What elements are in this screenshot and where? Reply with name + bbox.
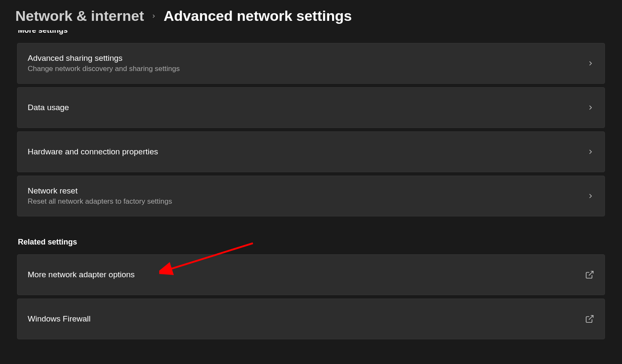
breadcrumb-parent[interactable]: Network & internet xyxy=(15,8,144,24)
card-title: Hardware and connection properties xyxy=(28,147,158,156)
card-title: Network reset xyxy=(28,186,172,196)
chevron-right-icon xyxy=(587,104,594,111)
breadcrumb: Network & internet Advanced network sett… xyxy=(0,0,622,34)
svg-line-0 xyxy=(589,271,593,276)
settings-card-data-usage[interactable]: Data usage xyxy=(17,87,605,128)
chevron-right-icon xyxy=(587,60,594,67)
svg-line-2 xyxy=(169,243,253,270)
chevron-right-icon xyxy=(587,148,594,156)
card-title: More network adapter options xyxy=(28,270,135,279)
settings-card-hardware-properties[interactable]: Hardware and connection properties xyxy=(17,131,605,172)
page-title: Advanced network settings xyxy=(163,8,352,24)
card-title: Windows Firewall xyxy=(28,314,91,324)
settings-card-windows-firewall[interactable]: Windows Firewall xyxy=(17,299,605,339)
card-title: Advanced sharing settings xyxy=(28,54,180,63)
chevron-right-icon xyxy=(151,13,157,19)
settings-card-more-adapter-options[interactable]: More network adapter options xyxy=(17,254,605,295)
settings-card-advanced-sharing[interactable]: Advanced sharing settings Change network… xyxy=(17,43,605,84)
chevron-right-icon xyxy=(587,192,594,200)
svg-line-3 xyxy=(589,316,593,320)
external-link-icon xyxy=(585,270,594,279)
card-title: Data usage xyxy=(28,103,69,112)
card-subtitle: Reset all network adapters to factory se… xyxy=(28,197,172,206)
settings-card-network-reset[interactable]: Network reset Reset all network adapters… xyxy=(17,176,605,216)
external-link-icon xyxy=(585,314,594,324)
section-header-more-settings: More settings xyxy=(18,30,605,38)
section-header-related-settings: Related settings xyxy=(18,238,605,247)
card-subtitle: Change network discovery and sharing set… xyxy=(28,65,180,73)
